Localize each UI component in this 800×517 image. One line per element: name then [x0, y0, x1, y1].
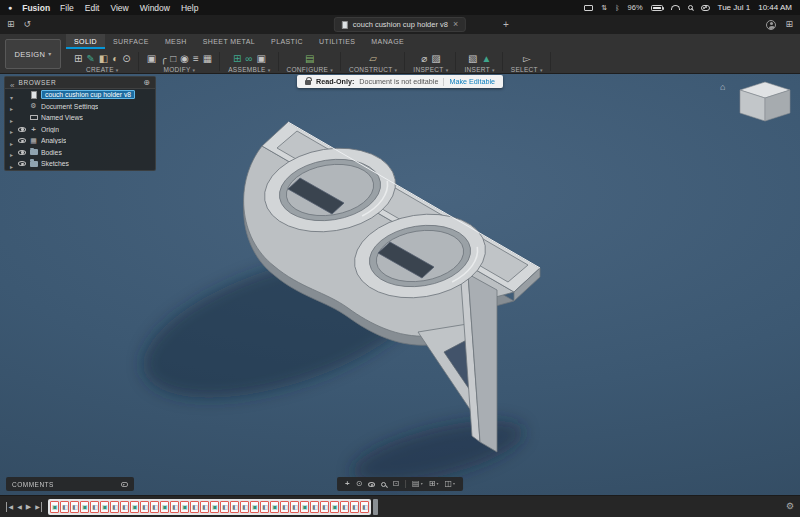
timeline-play-button[interactable]: [26, 502, 31, 512]
timeline-feature-icon[interactable]: [110, 501, 119, 513]
visibility-eye-icon[interactable]: [18, 138, 26, 143]
toolbar-group-label[interactable]: CONFIGURE: [287, 66, 334, 73]
timeline-feature-icon[interactable]: [60, 501, 69, 513]
bluetooth-icon[interactable]: [615, 4, 619, 11]
timeline-position-marker[interactable]: [373, 499, 378, 515]
display-settings-icon[interactable]: [405, 480, 423, 488]
ribbon-tab[interactable]: SURFACE: [105, 34, 157, 49]
timeline-feature-icon[interactable]: [160, 501, 169, 513]
control-center-icon[interactable]: [701, 5, 710, 11]
timeline-feature-icon[interactable]: [240, 501, 249, 513]
ribbon-tab[interactable]: MANAGE: [363, 34, 412, 49]
measure-icon[interactable]: [421, 54, 427, 64]
grid-settings-icon[interactable]: [429, 480, 439, 488]
timeline-feature-icon[interactable]: [280, 501, 289, 513]
browser-item-document-root[interactable]: couch cushion cup holder v8: [5, 89, 155, 101]
timeline-feature-icon[interactable]: [360, 501, 369, 513]
section-analysis-icon[interactable]: [431, 54, 440, 64]
timeline-feature-icon[interactable]: [150, 501, 159, 513]
timeline-step-back-button[interactable]: [17, 502, 22, 512]
menu-item[interactable]: Edit: [85, 3, 100, 13]
ribbon-tab[interactable]: SOLID: [66, 34, 105, 49]
timeline-feature-icon[interactable]: [120, 501, 129, 513]
timeline-feature-icon[interactable]: [190, 501, 199, 513]
timeline-feature-icon[interactable]: [220, 501, 229, 513]
visibility-eye-icon[interactable]: [18, 161, 26, 166]
toolbar-group-label[interactable]: CONSTRUCT: [349, 66, 397, 73]
ribbon-tab[interactable]: PLASTIC: [263, 34, 311, 49]
ribbon-tab[interactable]: MESH: [157, 34, 195, 49]
orbit-icon[interactable]: [356, 480, 363, 488]
spotlight-search-icon[interactable]: [688, 5, 693, 10]
rigid-group-icon[interactable]: [256, 54, 265, 64]
new-tab-plus-icon[interactable]: [503, 20, 509, 30]
browser-item-analysis[interactable]: Analysis: [5, 135, 155, 147]
shell-icon[interactable]: [170, 54, 176, 64]
menu-item[interactable]: File: [60, 3, 74, 13]
document-tab[interactable]: couch cushion cup holder v8: [334, 17, 466, 32]
browser-options-icon[interactable]: [143, 79, 150, 87]
timeline-feature-icon[interactable]: [200, 501, 209, 513]
timeline-feature-icon[interactable]: [180, 501, 189, 513]
timeline-feature-icon[interactable]: [350, 501, 359, 513]
zoom-icon[interactable]: [381, 482, 386, 487]
disclosure-arrow-icon[interactable]: [8, 155, 15, 173]
menu-bar-clock[interactable]: 10:44 AM: [758, 3, 792, 12]
timeline-go-to-start-button[interactable]: [6, 502, 13, 512]
toolbar-group-label[interactable]: MODIFY: [164, 66, 196, 73]
timeline-feature-icon[interactable]: [330, 501, 339, 513]
menu-item[interactable]: Help: [181, 3, 198, 13]
timeline-feature-icon[interactable]: [70, 501, 79, 513]
pan-icon[interactable]: [345, 480, 350, 488]
data-panel-grid-icon[interactable]: [7, 20, 15, 29]
toolbar-group-label[interactable]: SELECT: [511, 66, 543, 73]
apple-menu-icon[interactable]: [8, 4, 12, 11]
app-menu-fusion[interactable]: Fusion: [22, 3, 50, 13]
fillet-icon[interactable]: [160, 54, 166, 64]
timeline-feature-icon[interactable]: [90, 501, 99, 513]
timeline-feature-icon[interactable]: [260, 501, 269, 513]
file-history-icon[interactable]: [24, 20, 32, 29]
toolbar-group-label[interactable]: INSPECT: [413, 66, 448, 73]
timeline-feature-icon[interactable]: [310, 501, 319, 513]
timeline-feature-icon[interactable]: [290, 501, 299, 513]
timeline-settings-gear-icon[interactable]: [786, 502, 794, 511]
updown-arrows-icon[interactable]: [601, 4, 607, 12]
fit-view-icon[interactable]: [392, 480, 399, 488]
ribbon-tab[interactable]: UTILITIES: [311, 34, 363, 49]
configure-icon[interactable]: [305, 54, 314, 64]
timeline-feature-icon[interactable]: [140, 501, 149, 513]
timeline-feature-icon[interactable]: [270, 501, 279, 513]
new-component-icon[interactable]: [233, 54, 241, 64]
timeline-step-forward-button[interactable]: [35, 502, 42, 512]
browser-panel-header[interactable]: BROWSER: [5, 77, 155, 89]
extrude-icon[interactable]: [99, 54, 108, 64]
visibility-eye-icon[interactable]: [18, 127, 26, 132]
comments-bar[interactable]: COMMENTS: [6, 477, 134, 491]
viewcube[interactable]: ⌂: [720, 82, 790, 121]
ribbon-tab[interactable]: SHEET METAL: [195, 34, 263, 49]
browser-item-bodies[interactable]: Bodies: [5, 147, 155, 159]
combine-icon[interactable]: [180, 54, 189, 64]
component-icon[interactable]: [74, 54, 82, 64]
timeline-feature-icon[interactable]: [230, 501, 239, 513]
pattern-icon[interactable]: [203, 54, 212, 64]
visibility-eye-icon[interactable]: [18, 150, 26, 155]
timeline-feature-icon[interactable]: [210, 501, 219, 513]
viewports-icon[interactable]: [444, 480, 455, 488]
hole-icon[interactable]: [122, 54, 130, 64]
timeline-feature-icon[interactable]: [340, 501, 349, 513]
battery-icon[interactable]: [651, 5, 663, 11]
menu-item[interactable]: View: [110, 3, 128, 13]
timeline-feature-icon[interactable]: [170, 501, 179, 513]
menu-item[interactable]: Window: [140, 3, 170, 13]
make-editable-link[interactable]: Make Editable: [449, 77, 495, 86]
select-icon[interactable]: [523, 54, 531, 64]
timeline-feature-icon[interactable]: [50, 501, 59, 513]
browser-item-origin[interactable]: Origin: [5, 124, 155, 136]
press-pull-icon[interactable]: [147, 54, 156, 64]
viewport-3d[interactable]: ⌂ BROWSER couch cushion cup holder v8: [0, 74, 800, 495]
comment-bubble-icon[interactable]: [121, 482, 128, 487]
timeline-feature-icon[interactable]: [130, 501, 139, 513]
toolbar-group-label[interactable]: CREATE: [86, 66, 119, 73]
